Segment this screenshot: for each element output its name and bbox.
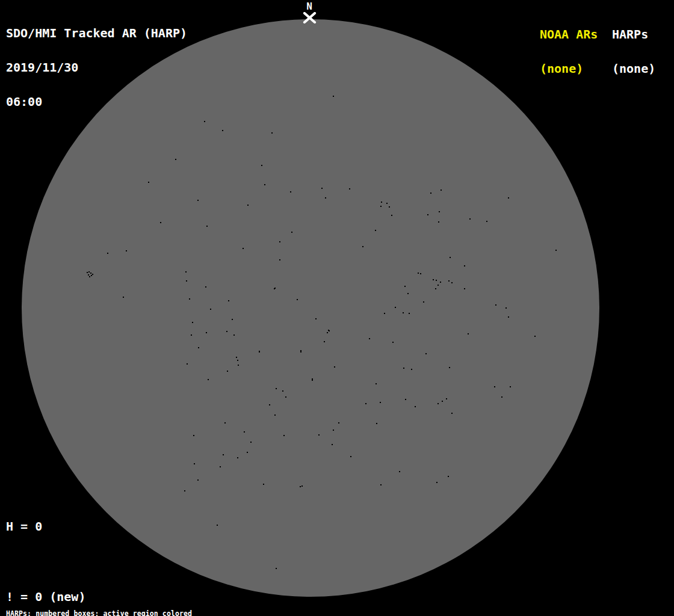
title-block: SDO/HMI Tracked AR (HARP) 2019/11/30 06:…: [6, 5, 187, 131]
solar-disk-map: SDO/HMI Tracked AR (HARP) 2019/11/30 06:…: [0, 0, 674, 616]
sunspot-speckle: [185, 271, 187, 273]
sunspot-speckle: [486, 221, 487, 222]
sunspot-speckle: [437, 403, 439, 404]
sunspot-speckle: [184, 490, 185, 491]
sunspot-speckle: [226, 331, 227, 332]
sunspot-speckle: [464, 288, 465, 289]
date-label: 2019/11/30: [6, 62, 187, 73]
sunspot-speckle: [312, 378, 313, 380]
sunspot-speckle: [300, 350, 301, 351]
sunspot-speckle: [392, 342, 394, 343]
sunspot-speckle: [247, 205, 249, 206]
sunspot-speckle: [300, 486, 301, 487]
sunspot-speckle: [285, 396, 286, 398]
sunspot-speckle: [442, 401, 443, 402]
sunspot-speckle: [448, 476, 449, 477]
north-label: N: [296, 1, 323, 11]
sunspot-speckle: [160, 222, 161, 223]
sunspot-speckle: [427, 214, 428, 215]
sunspot-speckle: [91, 275, 92, 276]
sunspot-speckle: [380, 206, 382, 207]
sunspot-speckle: [389, 206, 390, 208]
sunspot-speckle: [423, 301, 424, 303]
sunspot-speckle: [534, 336, 536, 337]
sunspot-speckle: [204, 121, 205, 122]
sunspot-speckle: [193, 435, 194, 436]
sunspot-speckle: [297, 299, 298, 300]
sunspot-speckle: [187, 363, 188, 365]
sunspot-speckle: [435, 288, 436, 289]
sunspot-speckle: [233, 334, 235, 336]
sunspot-speckle: [269, 404, 270, 405]
footer-harps-note: HARPs: numbered boxes; active region col…: [6, 610, 251, 616]
sunspot-speckle: [126, 250, 127, 251]
sunspot-speckle: [365, 403, 366, 404]
sunspot-speckle: [324, 341, 325, 342]
sunspot-speckle: [437, 285, 439, 286]
sunspot-speckle: [409, 313, 410, 314]
sunspot-speckle: [436, 482, 437, 483]
sunspot-speckle: [425, 353, 427, 354]
sunspot-speckle: [148, 182, 149, 183]
sunspot-speckle: [451, 413, 453, 414]
sunspot-speckle: [223, 454, 224, 455]
sunspot-speckle: [192, 322, 193, 323]
sunspot-speckle: [274, 288, 276, 289]
sunspot-speckle: [381, 202, 382, 203]
sunspot-speckle: [107, 253, 108, 254]
sunspot-speckle: [244, 431, 245, 433]
sunspot-speckle: [418, 273, 419, 274]
sunspot-speckle: [238, 365, 239, 366]
sunspot-speckle: [89, 276, 90, 277]
sunspot-speckle: [403, 312, 404, 313]
sunspot-speckle: [333, 96, 334, 97]
sunspot-speckle: [329, 330, 330, 331]
sunspot-speckle: [88, 274, 89, 276]
sunspot-speckle: [448, 280, 450, 282]
sunspot-speckle: [338, 422, 339, 424]
sunspot-speckle: [404, 286, 406, 287]
noaa-ars-label: NOAA ARs: [540, 29, 598, 40]
sunspot-speckle: [494, 386, 495, 387]
sunspot-speckle: [449, 367, 450, 368]
sunspot-speckle: [332, 444, 333, 445]
sunspot-speckle: [228, 300, 229, 301]
sunspot-speckle: [279, 241, 280, 242]
sunspot-speckle: [420, 273, 421, 274]
sunspot-speckle: [301, 485, 303, 487]
sunspot-speckle: [369, 338, 370, 339]
sunspot-speckle: [440, 282, 441, 283]
sunspot-speckle: [263, 484, 264, 485]
sunspot-speckle: [259, 351, 260, 352]
sunspot-speckle: [224, 422, 226, 424]
sunspot-speckle: [510, 386, 511, 387]
sunspot-speckle: [501, 396, 502, 398]
sunspot-speckle: [227, 371, 228, 372]
sunspot-speckle: [206, 226, 208, 227]
sunspot-speckle: [282, 390, 283, 392]
sunspot-speckle: [276, 568, 277, 569]
north-cross-icon: [303, 12, 317, 23]
sunspot-speckle: [380, 402, 381, 403]
sunspot-speckle: [315, 318, 317, 319]
sunspot-speckle: [208, 379, 209, 380]
sunspot-speckle: [375, 230, 376, 231]
sunspot-speckle: [506, 307, 507, 309]
page-title: SDO/HMI Tracked AR (HARP): [6, 28, 187, 39]
sunspot-speckle: [261, 165, 262, 166]
sunspot-speckle: [191, 334, 192, 336]
sunspot-speckle: [279, 259, 280, 260]
sunspot-speckle: [508, 197, 509, 199]
sunspot-speckle: [430, 192, 431, 194]
sunspot-speckle: [380, 484, 382, 485]
sunspot-speckle: [271, 132, 273, 134]
sunspot-speckle: [395, 307, 396, 308]
sunspot-speckle: [468, 333, 469, 334]
sunspot-speckle: [407, 293, 409, 294]
sunspot-speckle: [92, 274, 93, 275]
sunspot-speckle: [250, 442, 252, 443]
sunspot-speckle: [362, 246, 363, 247]
sunspot-speckle: [386, 203, 388, 204]
sunspot-speckle: [334, 366, 335, 368]
sunspot-speckle: [87, 272, 88, 273]
